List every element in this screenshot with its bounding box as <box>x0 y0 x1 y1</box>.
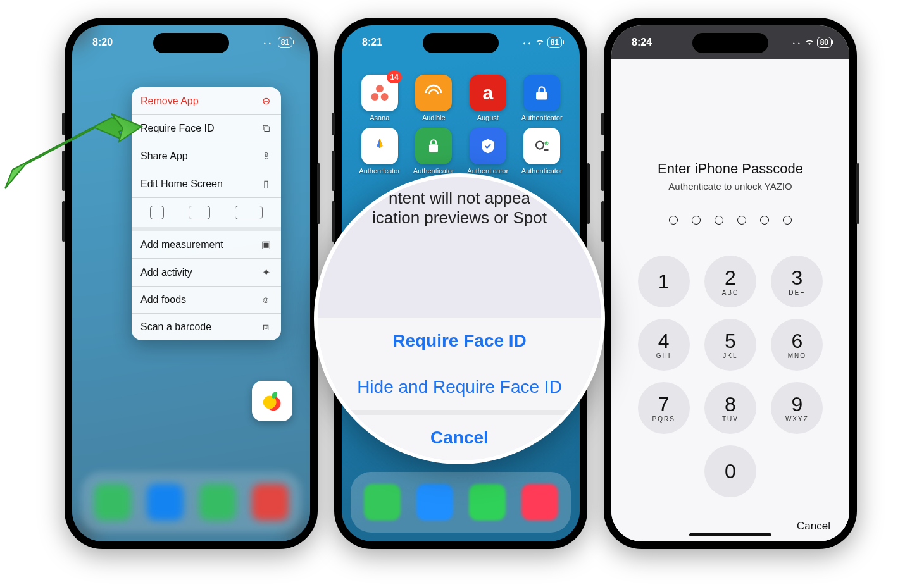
cellular-signal-icon: ⬪⬪ <box>522 39 532 46</box>
app-authenticator-5[interactable]: Authenticator <box>516 128 569 175</box>
key-3[interactable]: 3DEF <box>771 256 823 307</box>
barcode-icon: ⧈ <box>259 321 272 333</box>
battery-indicator: 81 <box>547 37 562 48</box>
passcode-dots <box>611 216 849 225</box>
home-app-grid: 14 Asana Audible a August Authenticator … <box>353 75 568 175</box>
app-authenticator-4[interactable]: Authenticator <box>461 128 515 175</box>
zoom-inset: ntent will not appea ication previews or… <box>314 173 605 464</box>
iphone-3-screen: 8:24 ⬪⬪ 80 Enter iPhone Passcode Authent… <box>611 25 849 541</box>
dynamic-island <box>153 33 229 53</box>
menu-add-activity[interactable]: Add activity ✦ <box>132 259 281 287</box>
passcode-screen: Enter iPhone Passcode Authenticate to un… <box>611 59 849 541</box>
widget-size-row <box>132 198 281 231</box>
shoe-icon: ✦ <box>259 266 272 278</box>
status-time: 8:20 <box>92 37 113 48</box>
app-authenticator-1[interactable]: Authenticator <box>516 75 569 121</box>
apple-icon: ⌾ <box>259 294 272 306</box>
key-6[interactable]: 6MNO <box>771 319 823 371</box>
key-8[interactable]: 8TUV <box>704 382 756 434</box>
status-time: 8:24 <box>632 37 652 48</box>
key-0[interactable]: 0 <box>704 445 756 497</box>
dock-messages-icon[interactable] <box>469 484 506 521</box>
scale-icon: ▣ <box>259 238 272 250</box>
menu-scan-barcode[interactable]: Scan a barcode ⧈ <box>132 314 281 340</box>
status-time: 8:21 <box>362 37 382 48</box>
numeric-keypad: 12ABC3DEF4GHI5JKL6MNO7PQRS8TUV9WXYZ0 <box>611 256 849 497</box>
svg-point-7 <box>380 93 388 101</box>
wifi-icon <box>804 37 815 48</box>
battery-indicator: 80 <box>817 37 832 48</box>
key-1[interactable]: 1 <box>638 256 690 307</box>
menu-add-measurement[interactable]: Add measurement ▣ <box>132 231 281 259</box>
option-hide-and-require-face-id[interactable]: Hide and Require Face ID <box>318 364 601 410</box>
notification-badge: 14 <box>387 71 401 83</box>
remove-icon: ⊖ <box>259 95 272 107</box>
cellular-signal-icon: ⬪⬪ <box>263 39 273 46</box>
key-4[interactable]: 4GHI <box>638 319 690 371</box>
menu-add-foods[interactable]: Add foods ⌾ <box>132 287 281 314</box>
share-icon: ⇪ <box>259 150 272 162</box>
svg-point-10 <box>536 142 544 149</box>
cellular-signal-icon: ⬪⬪ <box>792 39 802 46</box>
phone-icon: ▯ <box>259 178 272 190</box>
svg-rect-9 <box>429 144 438 152</box>
menu-remove-app[interactable]: Remove App ⊖ <box>132 87 281 115</box>
dock <box>81 472 301 533</box>
svg-point-6 <box>371 93 378 101</box>
app-august[interactable]: a August <box>461 75 515 121</box>
menu-share-app[interactable]: Share App ⇪ <box>132 142 281 170</box>
svg-marker-3 <box>5 118 134 188</box>
app-context-menu: Remove App ⊖ Require Face ID ⧉ Share App… <box>132 87 281 340</box>
widget-large-icon[interactable] <box>235 206 263 219</box>
key-7[interactable]: 7PQRS <box>638 382 690 434</box>
dock-safari-icon[interactable] <box>416 484 453 521</box>
face-id-icon: ⧉ <box>259 123 272 134</box>
battery-indicator: 81 <box>278 37 292 48</box>
svg-point-5 <box>376 85 384 92</box>
passcode-title: Enter iPhone Passcode <box>611 161 849 177</box>
annotation-arrow <box>0 95 146 196</box>
app-authenticator-3[interactable]: Authenticator <box>408 128 461 175</box>
app-audible[interactable]: Audible <box>408 75 461 121</box>
dock <box>351 472 571 533</box>
dynamic-island <box>692 33 768 53</box>
key-2[interactable]: 2ABC <box>704 256 756 307</box>
menu-edit-home-screen[interactable]: Edit Home Screen ▯ <box>132 170 281 198</box>
menu-require-face-id[interactable]: Require Face ID ⧉ <box>132 115 281 142</box>
key-5[interactable]: 5JKL <box>704 319 756 371</box>
app-authenticator-2[interactable]: Authenticator <box>353 128 406 175</box>
option-require-face-id[interactable]: Require Face ID <box>318 318 601 364</box>
home-indicator <box>689 533 771 536</box>
key-9[interactable]: 9WXYZ <box>771 382 823 434</box>
svg-rect-8 <box>536 92 547 100</box>
iphone-3: 8:24 ⬪⬪ 80 Enter iPhone Passcode Authent… <box>604 18 857 549</box>
widget-small-icon[interactable] <box>150 206 164 219</box>
app-asana[interactable]: 14 Asana <box>353 75 406 121</box>
passcode-cancel-button[interactable]: Cancel <box>797 520 830 533</box>
passcode-subtitle: Authenticate to unlock YAZIO <box>611 181 849 192</box>
yazio-app-icon[interactable] <box>252 381 292 421</box>
wifi-icon <box>535 37 545 48</box>
widget-medium-icon[interactable] <box>189 206 210 219</box>
dock-phone-icon[interactable] <box>364 484 401 521</box>
dynamic-island <box>423 33 499 53</box>
dock-music-icon[interactable] <box>521 484 558 521</box>
